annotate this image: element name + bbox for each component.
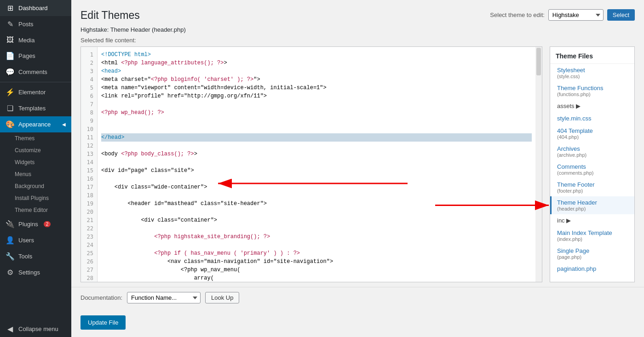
sidebar-item-themes[interactable]: Themes [0, 132, 71, 144]
sidebar-item-pages[interactable]: 📄 Pages [0, 48, 71, 64]
theme-file-item-4[interactable]: 404 Template(404.php) [550, 125, 634, 143]
sidebar-item-install-plugins[interactable]: Install Plugins [0, 192, 71, 204]
theme-file-item-7[interactable]: Theme Footer(footer.php) [550, 178, 634, 196]
code-line-10 [101, 125, 532, 133]
sidebar-label-templates: Templates [18, 105, 46, 112]
theme-file-sub-11: (page.php) [557, 254, 629, 260]
sidebar-sub-appearance: Themes Customize Widgets Menus Backgroun… [0, 132, 71, 216]
theme-files-panel: Theme Files Stylesheet(style.css)Theme F… [550, 46, 635, 282]
theme-file-item-6[interactable]: Comments(comments.php) [550, 160, 634, 178]
sidebar-label-theme-editor: Theme Editor [15, 207, 48, 213]
sidebar-label-dashboard: Dashboard [18, 5, 48, 11]
line-number-16: 16 [81, 175, 97, 183]
sidebar-item-posts[interactable]: ✎ Posts [0, 16, 71, 32]
theme-select-dropdown[interactable]: Highstake [548, 9, 604, 21]
code-line-11: </head> [101, 133, 532, 142]
theme-file-item-12[interactable]: pagination.php [550, 263, 634, 275]
update-file-button[interactable]: Update File [80, 315, 126, 330]
theme-file-item-8[interactable]: Theme Header(header.php) [550, 196, 634, 214]
theme-file-item-1[interactable]: Theme Functions(functions.php) [550, 82, 634, 100]
sidebar-item-background[interactable]: Background [0, 180, 71, 192]
sidebar-item-plugins[interactable]: 🔌 Plugins 2 [0, 216, 71, 232]
sidebar-label-themes: Themes [15, 135, 34, 142]
theme-file-item-9[interactable]: inc ▶ [550, 214, 634, 227]
theme-file-sub-10: (index.php) [557, 236, 629, 242]
line-number-11: 11 [81, 133, 97, 142]
sidebar-label-posts: Posts [18, 21, 34, 28]
theme-file-link-1[interactable]: Theme Functions [557, 85, 629, 91]
pages-icon: 📄 [6, 51, 15, 60]
users-icon: 👤 [6, 236, 15, 245]
theme-file-link-3[interactable]: style.min.css [557, 115, 629, 122]
theme-file-item-11[interactable]: Single Page(page.php) [550, 245, 634, 263]
collapse-icon: ◀ [6, 325, 15, 333]
sidebar-item-menus[interactable]: Menus [0, 168, 71, 180]
code-editor[interactable]: 1234567891011121314151617181920212223242… [80, 46, 542, 282]
sidebar-item-users[interactable]: 👤 Users [0, 232, 71, 248]
line-number-20: 20 [81, 208, 97, 216]
code-line-24 [101, 241, 532, 249]
theme-file-link-7[interactable]: Theme Footer [557, 181, 629, 188]
sidebar-label-media: Media [18, 37, 34, 44]
theme-file-link-0[interactable]: Stylesheet [557, 67, 629, 74]
sidebar-item-templates[interactable]: ❏ Templates [0, 100, 71, 116]
sidebar-label-tools: Tools [18, 253, 32, 260]
code-line-21: <div class="container"> [101, 216, 532, 224]
sidebar-label-pages: Pages [18, 52, 35, 59]
scrollbar-track[interactable] [535, 47, 542, 282]
code-content[interactable]: <!DOCTYPE html><html <?php language_attr… [98, 47, 535, 282]
theme-file-link-12[interactable]: pagination.php [557, 265, 629, 272]
code-line-25: <?php if ( has_nav_menu ( 'primary' ) ) … [101, 249, 532, 257]
theme-file-link-8[interactable]: Theme Header [557, 199, 629, 206]
sidebar-item-tools[interactable]: 🔧 Tools [0, 248, 71, 264]
sidebar-item-settings[interactable]: ⚙ Settings [0, 264, 71, 280]
sidebar-item-widgets[interactable]: Widgets [0, 156, 71, 168]
code-line-16 [101, 175, 532, 183]
theme-file-link-10[interactable]: Main Index Template [557, 229, 629, 236]
code-line-28: array( [101, 274, 532, 282]
theme-file-link-5[interactable]: Archives [557, 145, 629, 152]
line-number-28: 28 [81, 274, 97, 282]
selected-file-label: Selected file content: [80, 37, 635, 44]
sidebar-label-widgets: Widgets [15, 159, 34, 166]
sidebar-item-customize[interactable]: Customize [0, 144, 71, 156]
line-number-21: 21 [81, 216, 97, 224]
sidebar-item-elementor[interactable]: ⚡ Elementor [0, 84, 71, 100]
theme-file-link-6[interactable]: Comments [557, 163, 629, 170]
theme-file-item-3[interactable]: style.min.css [550, 112, 634, 125]
line-number-12: 12 [81, 142, 97, 150]
line-number-26: 26 [81, 257, 97, 266]
editor-wrapper: 1234567891011121314151617181920212223242… [80, 46, 635, 282]
update-row: Update File [71, 308, 644, 337]
theme-select-button[interactable]: Select [607, 9, 635, 21]
theme-file-item-10[interactable]: Main Index Template(index.php) [550, 227, 634, 245]
page-subtitle: Highstake: Theme Header (header.php) [80, 26, 186, 33]
doc-select[interactable]: Function Name... [127, 292, 201, 303]
sidebar-label-settings: Settings [18, 269, 40, 276]
code-line-15: <div id="page" class="site"> [101, 166, 532, 175]
code-line-12 [101, 142, 532, 150]
theme-file-item-0[interactable]: Stylesheet(style.css) [550, 64, 634, 82]
sidebar-label-collapse: Collapse menu [18, 326, 58, 332]
code-line-9 [101, 117, 532, 125]
theme-file-item-5[interactable]: Archives(archive.php) [550, 143, 634, 160]
sidebar-item-collapse[interactable]: ◀ Collapse menu [0, 321, 71, 337]
line-number-15: 15 [81, 166, 97, 175]
scrollbar-thumb[interactable] [536, 48, 541, 75]
settings-icon: ⚙ [6, 268, 15, 277]
sidebar-item-dashboard[interactable]: ⊞ Dashboard [0, 0, 71, 16]
code-line-5: <meta name="viewport" content="width=dev… [101, 84, 532, 92]
lookup-button[interactable]: Look Up [205, 292, 239, 303]
theme-file-item-2[interactable]: assets ▶ [550, 100, 634, 112]
code-line-3: <head> [101, 67, 532, 75]
theme-file-sub-7: (footer.php) [557, 188, 629, 194]
dashboard-icon: ⊞ [6, 4, 15, 12]
line-number-19: 19 [81, 200, 97, 208]
line-number-18: 18 [81, 191, 97, 200]
sidebar-item-comments[interactable]: 💬 Comments [0, 64, 71, 80]
sidebar-item-media[interactable]: 🖼 Media [0, 32, 71, 48]
theme-file-link-4[interactable]: 404 Template [557, 127, 629, 134]
sidebar-item-appearance[interactable]: 🎨 Appearance ◀ [0, 116, 71, 132]
theme-file-link-11[interactable]: Single Page [557, 247, 629, 254]
sidebar-item-theme-editor[interactable]: Theme Editor [0, 204, 71, 216]
